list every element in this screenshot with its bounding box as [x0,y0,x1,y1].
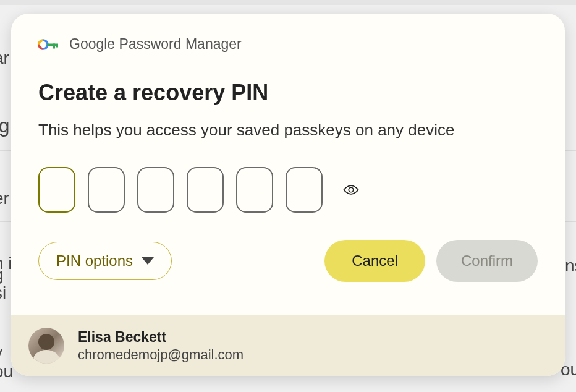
pin-options-button[interactable]: PIN options [38,242,172,280]
background-text-fragment: ng [0,114,10,137]
user-avatar [28,328,64,364]
background-text-fragment: ns [565,256,576,276]
dialog-body: Google Password Manager Create a recover… [11,14,565,315]
pin-digit-2[interactable] [88,167,125,213]
background-text-fragment: y [0,343,2,363]
pin-digit-3[interactable] [137,167,174,213]
chevron-down-icon [142,257,154,265]
window-topbar [0,0,576,5]
pin-input-row [38,167,538,213]
svg-rect-4 [53,43,55,48]
toggle-visibility-button[interactable] [337,176,365,203]
dialog-button-row: PIN options Cancel Confirm [38,240,538,282]
background-text-fragment: ou [0,362,13,381]
app-name-label: Google Password Manager [69,36,242,53]
pin-digit-1[interactable] [38,167,75,213]
recovery-pin-dialog: Google Password Manager Create a recover… [11,14,565,376]
background-text-fragment: ar [0,48,9,68]
user-email-label: chromedemojp@gmail.com [78,347,244,363]
background-text-fragment: si [0,283,6,303]
google-password-manager-icon [38,38,59,51]
svg-rect-5 [56,43,58,47]
background-text-fragment: er [0,189,9,208]
account-footer: Elisa Beckett chromedemojp@gmail.com [11,315,565,376]
user-name-label: Elisa Beckett [78,329,244,346]
dialog-header: Google Password Manager [38,36,538,53]
pin-digit-5[interactable] [236,167,273,213]
eye-icon [337,181,365,199]
cancel-button[interactable]: Cancel [324,240,425,282]
dialog-title: Create a recovery PIN [38,80,538,106]
user-info: Elisa Beckett chromedemojp@gmail.com [78,329,244,363]
pin-options-label: PIN options [56,252,133,270]
pin-digit-4[interactable] [187,167,224,213]
dialog-subtitle: This helps you access your saved passkey… [38,121,538,140]
confirm-button: Confirm [436,240,538,282]
svg-point-6 [349,187,354,192]
background-text-fragment: g [0,265,4,284]
pin-digit-6[interactable] [286,167,323,213]
dialog-actions: Cancel Confirm [324,240,538,282]
